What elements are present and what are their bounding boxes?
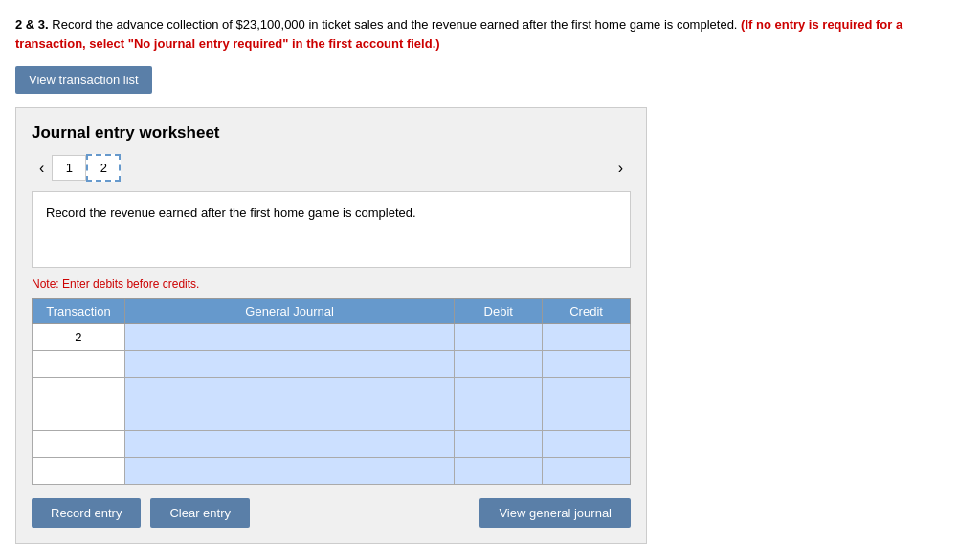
next-tab-arrow[interactable]: › <box>611 156 631 181</box>
credit-input[interactable] <box>543 431 630 457</box>
tab-navigation: ‹ 1 2 › <box>32 154 631 182</box>
credit-input[interactable] <box>543 324 630 350</box>
instruction-main: Record the advance collection of $23,100… <box>52 17 741 32</box>
credit-cell[interactable] <box>543 431 631 458</box>
record-entry-button[interactable]: Record entry <box>32 498 141 528</box>
general-journal-cell[interactable] <box>124 431 454 458</box>
debit-input[interactable] <box>455 458 542 484</box>
table-row: 2 <box>33 324 631 351</box>
transaction-num-cell <box>33 378 125 404</box>
view-general-journal-button[interactable]: View general journal <box>479 498 631 528</box>
debit-cell[interactable] <box>455 431 543 458</box>
note-text: Note: Enter debits before credits. <box>32 277 631 291</box>
general-journal-input[interactable] <box>125 458 454 484</box>
transaction-num-cell <box>33 431 125 458</box>
transaction-num-cell <box>33 404 125 431</box>
prev-tab-arrow[interactable]: ‹ <box>32 156 52 181</box>
general-journal-cell[interactable] <box>124 378 454 404</box>
general-journal-input[interactable] <box>125 431 454 457</box>
table-row <box>33 458 631 485</box>
debit-cell[interactable] <box>455 351 543 378</box>
tab-2[interactable]: 2 <box>86 154 121 182</box>
debit-input[interactable] <box>455 431 542 457</box>
general-journal-cell[interactable] <box>124 458 454 485</box>
credit-input[interactable] <box>543 351 630 377</box>
description-text: Record the revenue earned after the firs… <box>46 206 416 220</box>
general-journal-input[interactable] <box>125 378 454 404</box>
view-transaction-list-button[interactable]: View transaction list <box>15 66 152 94</box>
table-row <box>33 351 631 378</box>
general-journal-cell[interactable] <box>124 324 454 351</box>
debit-cell[interactable] <box>455 404 543 431</box>
credit-cell[interactable] <box>543 458 631 485</box>
description-box: Record the revenue earned after the firs… <box>32 191 631 268</box>
credit-input[interactable] <box>543 458 630 484</box>
col-header-debit: Debit <box>455 299 543 324</box>
transaction-num-cell: 2 <box>33 324 125 351</box>
clear-entry-button[interactable]: Clear entry <box>150 498 250 528</box>
general-journal-cell[interactable] <box>124 351 454 378</box>
general-journal-input[interactable] <box>125 351 454 377</box>
general-journal-cell[interactable] <box>124 404 454 431</box>
debit-cell[interactable] <box>455 458 543 485</box>
table-row <box>33 404 631 431</box>
credit-cell[interactable] <box>543 378 631 404</box>
credit-input[interactable] <box>543 404 630 430</box>
debit-input[interactable] <box>455 324 542 350</box>
tab-1[interactable]: 1 <box>52 155 86 181</box>
worksheet-container: Journal entry worksheet ‹ 1 2 › Record t… <box>15 107 647 544</box>
col-header-general-journal: General Journal <box>124 299 454 324</box>
credit-cell[interactable] <box>543 324 631 351</box>
action-buttons: Record entry Clear entry View general jo… <box>32 498 631 528</box>
instructions: 2 & 3. Record the advance collection of … <box>15 15 953 53</box>
col-header-credit: Credit <box>543 299 631 324</box>
debit-input[interactable] <box>455 351 542 377</box>
debit-cell[interactable] <box>455 324 543 351</box>
general-journal-input[interactable] <box>125 404 454 430</box>
journal-table: Transaction General Journal Debit Credit… <box>32 298 631 485</box>
col-header-transaction: Transaction <box>33 299 125 324</box>
table-row <box>33 378 631 404</box>
debit-input[interactable] <box>455 404 542 430</box>
table-row <box>33 431 631 458</box>
worksheet-title: Journal entry worksheet <box>32 123 631 142</box>
debit-cell[interactable] <box>455 378 543 404</box>
general-journal-input[interactable] <box>125 324 454 350</box>
credit-input[interactable] <box>543 378 630 404</box>
credit-cell[interactable] <box>543 404 631 431</box>
transaction-num-cell <box>33 351 125 378</box>
debit-input[interactable] <box>455 378 542 404</box>
transaction-num-cell <box>33 458 125 485</box>
credit-cell[interactable] <box>543 351 631 378</box>
instruction-bold: 2 & 3. <box>15 17 49 32</box>
